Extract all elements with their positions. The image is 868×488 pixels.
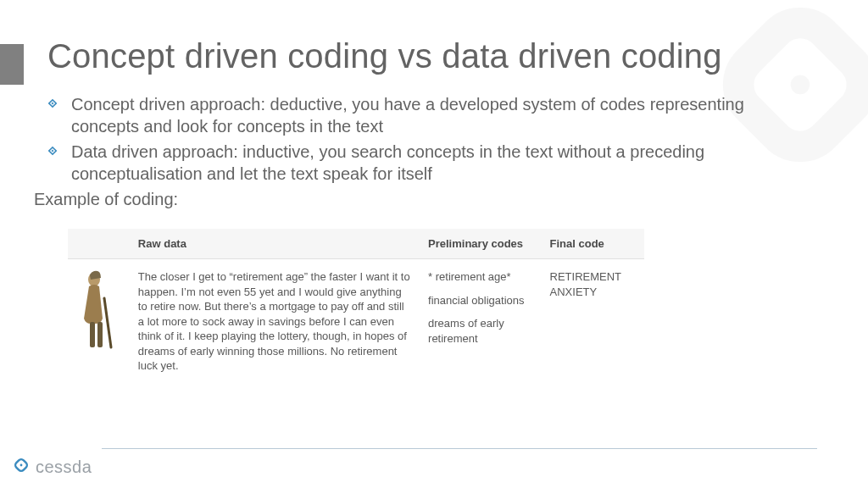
table-header-row: Raw data Preliminary codes Final code [68, 229, 644, 259]
svg-line-9 [104, 298, 111, 347]
svg-rect-3 [52, 103, 54, 105]
table-header-empty [68, 229, 130, 259]
brand-mark-icon [12, 456, 31, 478]
title-accent-bar [0, 44, 24, 85]
bullet-text: Concept driven approach: deductive, you … [71, 93, 810, 137]
bullet-list: Concept driven approach: deductive, you … [47, 93, 810, 188]
cell-final-code: RETIREMENT ANXIETY [542, 259, 644, 382]
svg-point-11 [20, 464, 23, 467]
svg-rect-7 [90, 322, 95, 347]
row-illustration [68, 259, 130, 382]
table-header-raw: Raw data [130, 229, 420, 259]
example-label: Example of coding: [34, 190, 178, 209]
table-row: The closer I get to “retirement age” the… [68, 259, 644, 382]
brand-logo: cessda [12, 456, 92, 478]
bullet-item: Concept driven approach: deductive, you … [47, 93, 810, 137]
footer-divider [102, 448, 817, 449]
brand-name: cessda [36, 458, 92, 477]
diamond-bullet-icon [47, 146, 63, 156]
prelim-code: financial obligations [428, 293, 533, 308]
svg-rect-8 [97, 322, 103, 347]
cell-raw-data: The closer I get to “retirement age” the… [130, 259, 420, 382]
svg-point-1 [791, 75, 810, 94]
bullet-text: Data driven approach: inductive, you sea… [71, 141, 810, 185]
svg-rect-5 [52, 150, 54, 152]
cell-prelim-codes: * retirement age* financial obligations … [420, 259, 542, 382]
bullet-item: Data driven approach: inductive, you sea… [47, 141, 810, 185]
prelim-code: dreams of early retirement [428, 316, 533, 346]
table-header-final: Final code [542, 229, 644, 259]
coding-table: Raw data Preliminary codes Final code [68, 229, 644, 382]
prelim-code: * retirement age* [428, 269, 533, 285]
table-header-prelim: Preliminary codes [420, 229, 542, 259]
diamond-bullet-icon [47, 98, 63, 108]
slide-title: Concept driven coding vs data driven cod… [47, 37, 722, 75]
